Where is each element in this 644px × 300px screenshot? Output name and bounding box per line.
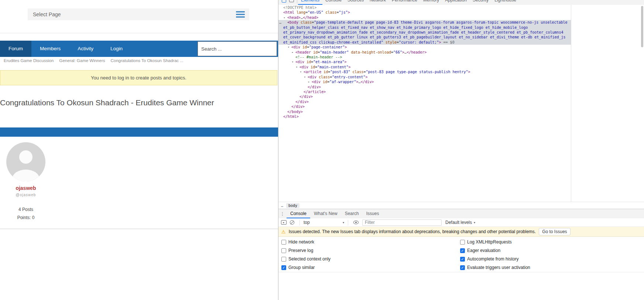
devtools-tabs: ElementsConsoleSourcesNetworkPerformance…	[298, 0, 519, 5]
execution-context-selector[interactable]: top ▾	[302, 220, 346, 225]
dom-node[interactable]: ▸<header id="main-header" data-height-on…	[278, 50, 571, 55]
dom-node[interactable]: ▾<article id="post-83" class="post-83 pa…	[278, 69, 571, 74]
chevron-down-icon: ▾	[343, 221, 344, 224]
checkbox-unchecked[interactable]	[281, 257, 286, 262]
dom-node[interactable]: <!-- #main-header -->	[278, 55, 571, 59]
nav-item-members[interactable]: Members	[31, 41, 69, 57]
checkbox-label: Preserve log	[288, 248, 313, 253]
console-filter-input[interactable]	[362, 219, 442, 226]
dom-node[interactable]: ▾<div class="entry-content">	[278, 75, 571, 79]
select-page-dropdown[interactable]: Select Page	[28, 8, 249, 20]
devtools-tab-security[interactable]: Security	[470, 0, 491, 5]
disclosure-arrow-icon[interactable]: ▸	[292, 50, 294, 55]
devtools-tab-elements[interactable]: Elements	[298, 0, 322, 5]
more-options-icon[interactable]: ⋮	[278, 211, 287, 217]
scrollbar-thumb[interactable]	[641, 6, 643, 47]
devtools-toolbar: ElementsConsoleSourcesNetworkPerformance…	[278, 0, 644, 5]
nav-item-activity[interactable]: Activity	[69, 41, 102, 57]
issues-text: Issues detected. The new Issues tab disp…	[289, 229, 536, 234]
breadcrumb-item[interactable]: General: Game Winners	[59, 58, 105, 63]
forum-page: Select Page ForumMembersActivityLogin Er…	[0, 0, 278, 300]
device-toolbar-icon[interactable]	[289, 0, 294, 2]
dom-node[interactable]: ▾<div id="page-container">	[278, 45, 571, 50]
author-username[interactable]: ojasweb	[0, 185, 52, 191]
disclosure-arrow-icon[interactable]: ▾	[288, 45, 290, 50]
avatar-head-shape	[19, 150, 32, 164]
dom-node[interactable]: ▸<div id="af-wrapper">…</div>	[278, 79, 571, 84]
checkbox-checked[interactable]: ✓	[460, 257, 465, 262]
log-levels-dropdown[interactable]: Default levels ▾	[445, 220, 475, 225]
console-setting-evaluate-triggers-user-activation[interactable]: ✓Evaluate triggers user activation	[460, 265, 530, 270]
disclosure-arrow-icon[interactable]: ▾	[300, 69, 302, 74]
console-setting-log-xmlhttprequests[interactable]: Log XMLHttpRequests	[460, 239, 530, 245]
nav-item-forum[interactable]: Forum	[0, 41, 31, 57]
dom-node[interactable]: </html>	[278, 114, 571, 119]
dom-node[interactable]: ▾<div id="et-main-area">	[278, 59, 571, 64]
issues-infobar: ⚠ Issues detected. The new Issues tab di…	[278, 227, 644, 237]
console-setting-autocomplete-from-history[interactable]: ✓Autocomplete from history	[460, 256, 530, 262]
console-setting-group-similar[interactable]: ✓Group similar	[281, 265, 330, 270]
checkbox-label: Evaluate triggers user activation	[467, 265, 530, 270]
live-expression-eye-icon[interactable]	[353, 221, 359, 224]
nav-item-login[interactable]: Login	[102, 41, 131, 57]
clear-console-icon[interactable]	[290, 220, 294, 225]
breadcrumb-ellipsis[interactable]: …	[281, 204, 283, 208]
checkbox-unchecked[interactable]	[281, 240, 286, 245]
disclosure-arrow-icon[interactable]: ▾	[292, 59, 294, 64]
devtools-tab-network[interactable]: Network	[367, 0, 389, 5]
go-to-issues-button[interactable]: Go to Issues	[539, 228, 570, 235]
checkbox-checked[interactable]: ✓	[460, 265, 465, 270]
node-more-icon[interactable]: …	[279, 20, 281, 25]
checkbox-unchecked[interactable]	[281, 248, 286, 253]
dom-node[interactable]: </div>	[278, 94, 571, 99]
devtools-tab-application[interactable]: Application	[442, 0, 470, 5]
dom-node[interactable]: </body>	[278, 109, 571, 114]
checkbox-label: Hide network	[288, 239, 314, 245]
devtools-tab-lighthouse[interactable]: Lighthouse	[491, 0, 519, 5]
inspect-element-icon[interactable]	[282, 0, 286, 3]
dom-node[interactable]: </div>	[278, 99, 571, 104]
dom-node[interactable]: <!DOCTYPE html>	[278, 5, 571, 10]
checkbox-unchecked[interactable]	[460, 240, 465, 245]
devtools-tab-sources[interactable]: Sources	[345, 0, 367, 5]
dom-node[interactable]: ▸<head>…</head>	[278, 15, 571, 20]
drawer-tab-console[interactable]: Console	[287, 209, 310, 218]
console-setting-preserve-log[interactable]: Preserve log	[281, 248, 330, 253]
console-sidebar-icon[interactable]: ▶	[281, 220, 287, 225]
devtools-tab-memory[interactable]: Memory	[420, 0, 442, 5]
disclosure-arrow-icon[interactable]: ▾	[304, 75, 306, 79]
dom-node[interactable]: </div>	[278, 85, 571, 89]
console-setting-selected-context-only[interactable]: Selected context only	[281, 256, 330, 262]
devtools-tab-performance[interactable]: Performance	[389, 0, 420, 5]
console-setting-eager-evaluation[interactable]: ✓Eager evaluation	[460, 248, 530, 253]
dom-node[interactable]: </div>	[278, 104, 571, 109]
disclosure-arrow-icon[interactable]: ▸	[308, 79, 310, 84]
breadcrumb-item[interactable]: Erudites Game Discussion	[4, 58, 54, 63]
console-setting-hide-network[interactable]: Hide network	[281, 239, 330, 245]
checkbox-checked[interactable]: ✓	[460, 248, 465, 253]
disclosure-arrow-icon[interactable]: ▾	[284, 20, 290, 25]
checkbox-checked[interactable]: ✓	[281, 265, 286, 270]
drawer-tab-what-s-new[interactable]: What's New	[310, 209, 341, 218]
breadcrumb-item[interactable]: Congratulations To Okosun Shadrac ...	[111, 58, 184, 63]
disclosure-arrow-icon[interactable]: ▾	[296, 65, 298, 69]
disclosure-arrow-icon[interactable]: ▸	[284, 15, 285, 20]
dom-node[interactable]: <html lang="en-US" class="js">	[278, 10, 571, 15]
post-author-panel: ojasweb @ojasweb 4 Posts Points: 0	[0, 137, 52, 229]
dom-node[interactable]: ▾<div id="main-content">	[278, 65, 571, 69]
hamburger-menu-icon[interactable]	[236, 11, 245, 18]
header-divider	[0, 33, 278, 33]
drawer-tab-search[interactable]: Search	[341, 209, 363, 218]
console-settings: Hide networkPreserve logSelected context…	[278, 237, 644, 272]
devtools-tab-console[interactable]: Console	[322, 0, 345, 5]
console-settings-left: Hide networkPreserve logSelected context…	[281, 239, 330, 270]
toolbar-separator	[297, 0, 297, 3]
forum-search-input[interactable]	[198, 41, 277, 56]
devtools-panel: ElementsConsoleSourcesNetworkPerformance…	[278, 0, 644, 300]
dom-node[interactable]: </article>	[278, 89, 571, 94]
console-settings-right: Log XMLHttpRequests✓Eager evaluation✓Aut…	[460, 239, 530, 270]
drawer-tab-issues[interactable]: Issues	[363, 209, 383, 218]
console-toolbar: ▶ top ▾ Default levels ▾	[278, 218, 644, 227]
breadcrumb-body-node[interactable]: body	[286, 203, 299, 208]
dom-node[interactable]: ▾…<body class="page-template-default pag…	[278, 20, 571, 45]
